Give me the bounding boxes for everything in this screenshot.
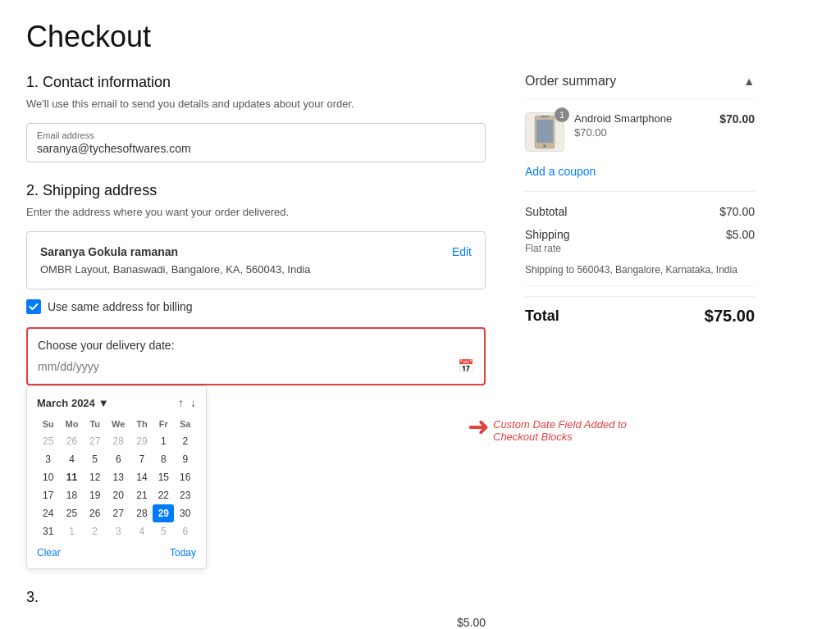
calendar-day[interactable]: 8: [153, 450, 174, 468]
calendar-day[interactable]: 24: [37, 504, 59, 522]
calendar-day[interactable]: 23: [174, 486, 196, 504]
calendar-day[interactable]: 3: [37, 450, 59, 468]
calendar-day[interactable]: 12: [84, 468, 106, 486]
calendar-day[interactable]: 27: [84, 432, 106, 450]
product-name: Android Smartphone: [574, 112, 710, 125]
product-row: 1 Android Smartphone $70.00 $70.00: [525, 112, 755, 152]
calendar-clear-link[interactable]: Clear: [37, 547, 61, 558]
calendar-day[interactable]: 2: [84, 522, 106, 540]
total-label: Total: [525, 308, 559, 325]
calendar-day[interactable]: 7: [131, 450, 153, 468]
calendar-day[interactable]: 25: [37, 432, 59, 450]
delivery-date-label: Choose your delivery date:: [38, 339, 474, 352]
calendar-today-link[interactable]: Today: [170, 547, 196, 558]
calendar-day[interactable]: 28: [106, 432, 131, 450]
annotation-arrow: ➜: [468, 415, 490, 441]
price-row-1: $5.00: [26, 613, 486, 629]
calendar-month-label[interactable]: March 2024 ▼: [37, 397, 109, 409]
calendar-day[interactable]: 18: [59, 486, 84, 504]
subtotal-value: $70.00: [719, 205, 755, 218]
order-summary-collapse-icon[interactable]: ▲: [743, 75, 755, 88]
calendar-day[interactable]: 21: [131, 486, 153, 504]
product-image-wrapper: 1: [525, 112, 564, 152]
annotation-text: Custom Date Field Added to Checkout Bloc…: [493, 415, 673, 443]
annotation-container: ➜ Custom Date Field Added to Checkout Bl…: [468, 415, 673, 443]
section-3: 3. $5.00 $0.00 $15.00: [26, 589, 486, 629]
calendar-day[interactable]: 15: [153, 468, 174, 486]
calendar-day-header-th: Th: [131, 416, 153, 432]
customer-name: Saranya Gokula ramanan: [40, 245, 178, 258]
product-details: Android Smartphone $70.00: [574, 112, 710, 139]
calendar-day[interactable]: 31: [37, 522, 59, 540]
calendar-day[interactable]: 28: [131, 504, 153, 522]
shipping-type: Flat rate: [525, 243, 570, 254]
calendar-day-header-fr: Fr: [153, 416, 174, 432]
contact-subtitle: We'll use this email to send you details…: [26, 98, 486, 110]
calendar-day-header-sa: Sa: [174, 416, 196, 432]
shipping-value: $5.00: [726, 228, 755, 241]
calendar-day[interactable]: 9: [174, 450, 196, 468]
svg-rect-2: [541, 116, 549, 117]
email-label: Email address: [37, 130, 475, 140]
edit-address-link[interactable]: Edit: [452, 245, 472, 258]
calendar-day[interactable]: 26: [59, 432, 84, 450]
calendar-navigation: ↑ ↓: [178, 396, 196, 409]
calendar-day[interactable]: 14: [131, 468, 153, 486]
calendar-day[interactable]: 20: [106, 486, 131, 504]
calendar-day[interactable]: 2: [174, 432, 196, 450]
total-value: $75.00: [705, 307, 755, 326]
address-box: Saranya Gokula ramanan Edit OMBR Layout,…: [26, 231, 486, 289]
date-input[interactable]: mm/dd/yyyy: [38, 360, 99, 373]
calendar-day[interactable]: 5: [153, 522, 174, 540]
calendar-day[interactable]: 30: [174, 504, 196, 522]
calendar-day[interactable]: 29: [131, 432, 153, 450]
same-billing-checkbox[interactable]: [26, 299, 41, 314]
shipping-destination: Shipping to 560043, Bangalore, Karnataka…: [525, 264, 755, 286]
section-2-title: Shipping address: [43, 182, 157, 198]
calendar-day[interactable]: 4: [59, 450, 84, 468]
calendar-day[interactable]: 4: [131, 522, 153, 540]
address-details: OMBR Layout, Banaswadi, Bangalore, KA, 5…: [40, 263, 472, 276]
calendar-next-button[interactable]: ↓: [190, 396, 196, 409]
calendar-day[interactable]: 10: [37, 468, 59, 486]
same-billing-row[interactable]: Use same address for billing: [26, 299, 486, 314]
calendar-day[interactable]: 1: [59, 522, 84, 540]
svg-rect-1: [536, 120, 553, 143]
calendar-day[interactable]: 26: [84, 504, 106, 522]
section-1-number: 1.: [26, 74, 39, 90]
calendar-grid: Su Mo Tu We Th Fr Sa 2526272829123456789…: [37, 416, 196, 540]
calendar-day[interactable]: 5: [84, 450, 106, 468]
calendar-day[interactable]: 6: [174, 522, 196, 540]
delivery-date-box: Choose your delivery date: mm/dd/yyyy 📅: [26, 327, 486, 385]
calendar-day-header-tu: Tu: [84, 416, 106, 432]
calendar-day[interactable]: 6: [106, 450, 131, 468]
section-3-number: 3.: [26, 589, 39, 605]
calendar-day-header-su: Su: [37, 416, 59, 432]
section-2-number: 2.: [26, 182, 39, 198]
calendar-prev-button[interactable]: ↑: [178, 396, 184, 409]
svg-point-3: [543, 144, 546, 148]
calendar-day[interactable]: 22: [153, 486, 174, 504]
product-quantity-badge: 1: [555, 107, 569, 122]
page-title: Checkout: [26, 20, 814, 54]
calendar-day-header-we: We: [106, 416, 131, 432]
shipping-section: 2. Shipping address Enter the address wh…: [26, 182, 486, 629]
calendar-day[interactable]: 16: [174, 468, 196, 486]
email-value: saranya@tychesoftwares.com: [37, 142, 191, 155]
calendar-day[interactable]: 17: [37, 486, 59, 504]
calendar-day[interactable]: 11: [59, 468, 84, 486]
product-price-main: $70.00: [719, 112, 755, 125]
order-summary-title: Order summary: [525, 74, 616, 89]
calendar-day[interactable]: 27: [106, 504, 131, 522]
calendar-day[interactable]: 19: [84, 486, 106, 504]
calendar-day[interactable]: 3: [106, 522, 131, 540]
calendar-day[interactable]: 29: [153, 504, 174, 522]
add-coupon-link[interactable]: Add a coupon: [525, 165, 755, 192]
calendar-dropdown: March 2024 ▼ ↑ ↓ Su Mo: [26, 385, 207, 569]
calendar-day[interactable]: 13: [106, 468, 131, 486]
calendar-toggle-icon[interactable]: 📅: [458, 358, 474, 374]
calendar-day[interactable]: 25: [59, 504, 84, 522]
same-billing-label: Use same address for billing: [48, 300, 193, 313]
email-field-wrapper[interactable]: Email address saranya@tychesoftwares.com: [26, 123, 486, 162]
calendar-day[interactable]: 1: [153, 432, 174, 450]
